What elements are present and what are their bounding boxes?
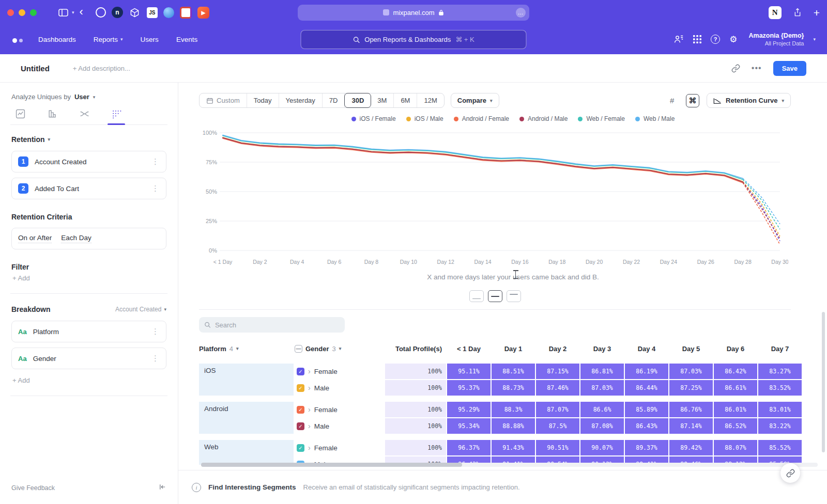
gender-column-header[interactable]: — Gender 3 ▾ <box>295 345 384 353</box>
retention-step-1[interactable]: 1 Account Created ⋮ <box>11 151 166 172</box>
framed-extension-icon[interactable] <box>180 7 192 19</box>
share-icon[interactable] <box>793 8 802 17</box>
range-3m[interactable]: 3M <box>371 93 394 107</box>
retention-section-header[interactable]: Retention ▾ <box>11 135 166 144</box>
breakdown-options-icon[interactable]: ⋮ <box>151 354 160 363</box>
add-breakdown-button[interactable]: + Add <box>12 376 165 384</box>
chart-type-dropdown[interactable]: Retention Curve ▾ <box>707 93 791 108</box>
copy-link-icon[interactable] <box>731 64 740 73</box>
back-button[interactable]: ‹ <box>80 6 83 18</box>
expand-chevron-icon[interactable]: › <box>308 384 311 391</box>
url-more-button[interactable]: … <box>516 8 526 18</box>
table-only-toggle[interactable] <box>507 290 521 302</box>
breakdown-options-icon[interactable]: ⋮ <box>151 327 160 336</box>
vertical-scrollbar[interactable] <box>822 312 825 452</box>
select-all-checkbox[interactable]: — <box>295 345 302 353</box>
legend-item[interactable]: iOS / Female <box>351 115 396 122</box>
legend-item[interactable]: Web / Female <box>578 115 624 122</box>
url-bar[interactable]: mixpanel.com … <box>298 5 529 21</box>
breakdown-gender[interactable]: Aa Gender ⋮ <box>11 348 166 369</box>
minimize-window-button[interactable] <box>19 9 25 16</box>
range-6m[interactable]: 6M <box>394 93 417 107</box>
add-description-button[interactable]: + Add description... <box>73 65 130 72</box>
legend-item[interactable]: Android / Male <box>519 115 568 122</box>
cube-extension-icon[interactable] <box>129 6 141 19</box>
save-button[interactable]: Save <box>773 61 806 76</box>
notion-icon[interactable]: N <box>769 6 782 19</box>
legend-item[interactable]: Android / Female <box>454 115 509 122</box>
criteria-when-selector[interactable]: On or After <box>18 234 52 243</box>
fullscreen-window-button[interactable] <box>30 9 37 16</box>
clock-extension-icon[interactable] <box>96 7 106 18</box>
tab-group-chevron-icon[interactable]: ▾ <box>72 10 74 15</box>
orange-extension-icon[interactable]: ▶ <box>197 7 209 19</box>
platform-cell[interactable]: Android <box>199 402 294 434</box>
project-selector[interactable]: Amazonia {Demo} All Project Data <box>748 32 804 48</box>
gender-cell[interactable]: ✓›Female <box>295 364 384 379</box>
range-30d[interactable]: 30D <box>344 93 371 108</box>
criteria-interval-selector[interactable]: Each Day <box>61 234 91 243</box>
range-custom[interactable]: Custom <box>200 93 247 107</box>
platform-column-header[interactable]: Platform 4 ▾ <box>199 345 294 353</box>
command-toggle-icon[interactable]: ⌘ <box>686 94 699 107</box>
nav-item-reports[interactable]: Reports▾ <box>94 36 123 43</box>
retention-chart-svg[interactable]: 0%25%50%75%100%< 1 DayDay 2Day 4Day 6Day… <box>199 125 788 269</box>
apps-grid-icon[interactable] <box>693 35 701 43</box>
data-management-icon[interactable] <box>673 35 684 44</box>
tab-flows[interactable] <box>75 109 93 124</box>
global-search-button[interactable]: Open Reports & Dashboards ⌘ + K <box>301 30 527 49</box>
chart-only-toggle[interactable] <box>469 290 484 302</box>
gender-cell[interactable]: ✓›Female <box>295 402 384 417</box>
legend-item[interactable]: iOS / Male <box>406 115 443 122</box>
step-options-icon[interactable]: ⋮ <box>151 157 160 166</box>
step-options-icon[interactable]: ⋮ <box>151 184 160 193</box>
platform-cell[interactable]: Web <box>199 440 294 465</box>
tab-retention[interactable] <box>108 109 125 124</box>
gear-icon[interactable]: ⚙ <box>729 35 737 44</box>
share-link-fab[interactable] <box>780 463 800 483</box>
range-yesterday[interactable]: Yesterday <box>279 93 323 107</box>
range-12m[interactable]: 12M <box>417 93 443 107</box>
platform-cell[interactable]: iOS <box>199 364 294 396</box>
range-today[interactable]: Today <box>247 93 279 107</box>
segments-title[interactable]: Find Interesting Segments <box>208 483 296 491</box>
gender-checkbox[interactable]: ✓ <box>297 422 304 430</box>
gender-checkbox[interactable]: ✓ <box>297 406 304 414</box>
breakdown-scope-selector[interactable]: Account Created ▾ <box>115 306 166 313</box>
mixpanel-logo-icon[interactable] <box>11 34 29 45</box>
range-7d[interactable]: 7D <box>323 93 345 107</box>
horizontal-scrollbar[interactable] <box>201 463 818 467</box>
expand-chevron-icon[interactable]: › <box>308 406 311 413</box>
scrollbar-thumb[interactable] <box>201 463 462 467</box>
expand-chevron-icon[interactable]: › <box>308 444 311 451</box>
give-feedback-link[interactable]: Give Feedback <box>11 484 55 492</box>
compare-button[interactable]: Compare ▾ <box>451 93 499 108</box>
report-title[interactable]: Untitled <box>21 64 50 73</box>
gender-checkbox[interactable]: ✓ <box>297 384 304 392</box>
gender-checkbox[interactable]: ✓ <box>297 444 304 452</box>
breakdown-platform[interactable]: Aa Platform ⋮ <box>11 321 166 342</box>
number-format-icon[interactable]: # <box>665 94 679 107</box>
analyze-uniques-control[interactable]: Analyze Uniques by User ▾ <box>11 93 166 101</box>
nav-item-dashboards[interactable]: Dashboards <box>38 36 76 43</box>
tab-insights[interactable] <box>11 109 29 124</box>
close-window-button[interactable] <box>7 9 14 16</box>
sidebar-toggle-icon[interactable] <box>58 9 68 17</box>
table-search-input[interactable] <box>215 321 340 329</box>
blue-orb-extension-icon[interactable] <box>163 7 174 18</box>
nav-item-users[interactable]: Users <box>141 36 159 43</box>
table-search[interactable] <box>199 317 345 333</box>
tab-funnels[interactable] <box>43 109 61 124</box>
js-extension-icon[interactable]: JS <box>147 7 158 18</box>
gender-cell[interactable]: ✓›Male <box>295 418 384 434</box>
nav-item-events[interactable]: Events <box>176 36 197 43</box>
expand-chevron-icon[interactable]: › <box>308 368 311 375</box>
legend-item[interactable]: Web / Male <box>635 115 675 122</box>
gender-cell[interactable]: ✓›Male <box>295 380 384 396</box>
more-options-icon[interactable]: ••• <box>752 64 762 73</box>
retention-step-2[interactable]: 2 Added To Cart ⋮ <box>11 178 166 199</box>
expand-chevron-icon[interactable]: › <box>308 422 311 430</box>
n-circle-extension-icon[interactable]: n <box>112 7 123 18</box>
gender-cell[interactable]: ✓›Female <box>295 440 384 455</box>
help-icon[interactable]: ? <box>711 35 720 44</box>
